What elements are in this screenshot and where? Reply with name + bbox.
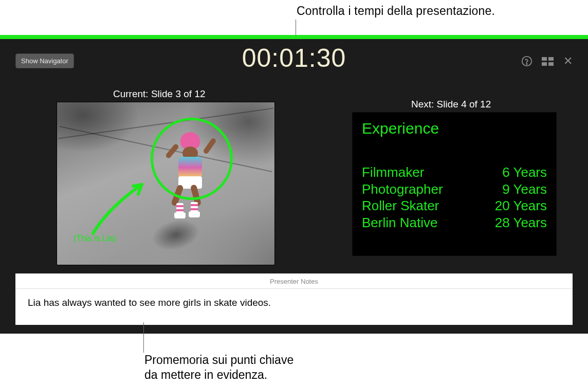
callout-line-bottom [143,322,144,353]
presenter-notes-body[interactable]: Lia has always wanted to see more girls … [15,289,573,317]
callout-notes: Promemoria sui punti chiave da mettere i… [144,353,293,382]
callout-timer: Controlla i tempi della presentazione. [297,4,495,18]
experience-role: Filmmaker [362,164,424,181]
next-slide-thumbnail[interactable]: Experience Filmmaker 6 Years Photographe… [352,112,557,256]
next-slide-label: Next: Slide 4 of 12 [411,99,491,110]
current-slide-label: Current: Slide 3 of 12 [113,88,206,100]
experience-row: Berlin Native 28 Years [362,214,547,231]
current-slide-thumbnail[interactable]: (This is Lia) [57,102,275,265]
top-icon-group: ✕ [521,56,574,67]
callout-notes-line1: Promemoria sui punti chiave [144,353,293,368]
help-icon[interactable] [521,56,532,67]
svg-point-1 [526,64,527,64]
experience-role: Photographer [362,181,443,198]
experience-role: Roller Skater [362,197,439,214]
close-icon[interactable]: ✕ [562,56,574,67]
experience-row: Filmmaker 6 Years [362,164,547,181]
presenter-notes-header: Presenter Notes [15,273,573,289]
layout-grid-icon[interactable] [542,56,553,67]
callout-notes-line2: da mettere in evidenza. [144,368,293,382]
experience-years: 28 Years [495,214,547,231]
experience-role: Berlin Native [362,214,437,231]
experience-row: Roller Skater 20 Years [362,197,547,214]
green-progress-bar [0,35,588,39]
presenter-notes-panel: Presenter Notes Lia has always wanted to… [15,273,573,325]
experience-years: 20 Years [495,197,547,214]
next-slide-title: Experience [362,120,547,137]
annotation-label: (This is Lia) [74,234,116,243]
presenter-display: Show Navigator 00:01:30 ✕ Current: Slide… [0,39,588,334]
annotation-arrow [88,177,165,239]
experience-row: Photographer 9 Years [362,181,547,198]
presentation-timer[interactable]: 00:01:30 [0,43,588,73]
experience-years: 9 Years [502,181,547,198]
experience-years: 6 Years [502,164,547,181]
